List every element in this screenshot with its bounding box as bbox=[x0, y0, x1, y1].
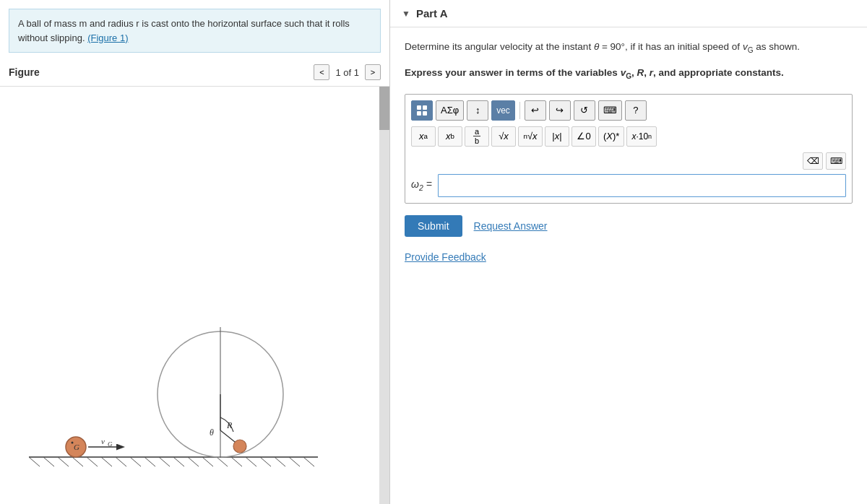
feedback-section: Provide Feedback bbox=[405, 251, 853, 263]
xa-button[interactable]: xa bbox=[411, 126, 436, 147]
scroll-thumb bbox=[379, 87, 389, 130]
sqrt-button[interactable]: √x bbox=[491, 126, 516, 147]
svg-line-10 bbox=[159, 457, 170, 466]
answer-input[interactable] bbox=[438, 174, 846, 197]
svg-line-6 bbox=[101, 457, 112, 466]
svg-text:θ: θ bbox=[210, 427, 214, 438]
svg-text:v: v bbox=[101, 437, 105, 446]
vec-button[interactable]: vec bbox=[491, 100, 515, 121]
svg-rect-33 bbox=[423, 105, 427, 110]
delete-row: ⌫ ⌨ bbox=[411, 152, 846, 170]
svg-line-14 bbox=[217, 457, 228, 466]
toolbar-separator bbox=[519, 102, 520, 119]
figure-area: Figure < 1 of 1 > bbox=[0, 53, 389, 504]
redo-button[interactable]: ↪ bbox=[549, 100, 571, 121]
keyboard2-button[interactable]: ⌨ bbox=[826, 152, 846, 170]
nthroot-button[interactable]: n√x bbox=[518, 126, 543, 147]
refresh-button[interactable]: ↺ bbox=[574, 100, 595, 121]
math-editor: ΑΣφ ↕ vec ↩ ↪ ↺ ⌨ ? xa xb ab √x n√x |x| bbox=[405, 94, 853, 204]
part-title: Part A bbox=[416, 7, 448, 19]
action-row: Submit Request Answer bbox=[405, 215, 853, 237]
problem-text: A ball of mass m and radius r is cast on… bbox=[18, 18, 350, 43]
svg-line-2 bbox=[43, 457, 54, 466]
figure-header: Figure < 1 of 1 > bbox=[0, 58, 389, 87]
arrows-button[interactable]: ↕ bbox=[467, 100, 488, 121]
svg-line-17 bbox=[260, 457, 271, 466]
frac-button[interactable]: ab bbox=[465, 126, 489, 147]
angle-button[interactable]: ∠0 bbox=[571, 126, 596, 147]
part-header: ▼ Part A bbox=[390, 0, 867, 27]
svg-line-12 bbox=[188, 457, 199, 466]
svg-line-5 bbox=[87, 457, 98, 466]
figure-scrollbar[interactable] bbox=[379, 87, 389, 504]
nav-next-button[interactable]: > bbox=[365, 64, 381, 80]
svg-text:R: R bbox=[226, 420, 233, 430]
right-content: Determine its angular velocity at the in… bbox=[390, 27, 867, 274]
help-button[interactable]: ? bbox=[625, 100, 647, 121]
svg-text:G: G bbox=[74, 443, 79, 451]
svg-line-1 bbox=[29, 457, 40, 466]
svg-line-18 bbox=[275, 457, 285, 466]
svg-line-16 bbox=[246, 457, 256, 466]
svg-line-15 bbox=[231, 457, 242, 466]
figure-nav: < 1 of 1 > bbox=[314, 64, 381, 80]
figure-svg: G v G θ bbox=[29, 323, 318, 482]
left-panel: A ball of mass m and radius r is cast on… bbox=[0, 0, 390, 504]
xb-button[interactable]: xb bbox=[438, 126, 462, 147]
provide-feedback-button[interactable]: Provide Feedback bbox=[405, 251, 486, 263]
svg-point-23 bbox=[72, 442, 74, 444]
svg-line-7 bbox=[116, 457, 126, 466]
times10n-button[interactable]: x·10n bbox=[626, 126, 657, 147]
svg-line-9 bbox=[144, 457, 155, 466]
backspace-button[interactable]: ⌫ bbox=[803, 152, 823, 170]
nav-prev-button[interactable]: < bbox=[314, 64, 329, 80]
problem-line2: Express your answer in terms of the vari… bbox=[405, 65, 853, 82]
nav-count: 1 of 1 bbox=[335, 67, 359, 78]
svg-line-11 bbox=[173, 457, 184, 466]
figure-label: Figure bbox=[9, 66, 314, 78]
svg-line-13 bbox=[202, 457, 213, 466]
svg-line-8 bbox=[130, 457, 141, 466]
answer-label: ω2 = bbox=[411, 178, 432, 192]
svg-rect-35 bbox=[423, 111, 427, 116]
problem-line1: Determine its angular velocity at the in… bbox=[405, 39, 853, 56]
symbol-row: xa xb ab √x n√x |x| ∠0 (X)* x·10n bbox=[411, 126, 846, 147]
toolbar-row: ΑΣφ ↕ vec ↩ ↪ ↺ ⌨ ? bbox=[411, 100, 846, 121]
svg-line-3 bbox=[58, 457, 69, 466]
matrix-button[interactable] bbox=[411, 100, 433, 121]
keyboard-button[interactable]: ⌨ bbox=[598, 100, 622, 121]
svg-line-20 bbox=[303, 457, 314, 466]
svg-rect-32 bbox=[417, 105, 421, 110]
figure-canvas: G v G θ bbox=[0, 87, 389, 504]
svg-text:G: G bbox=[108, 440, 113, 448]
svg-rect-34 bbox=[417, 111, 421, 116]
figure-svg-wrapper: G v G θ bbox=[0, 87, 379, 504]
sigma-button[interactable]: ΑΣφ bbox=[436, 100, 464, 121]
collapse-icon[interactable]: ▼ bbox=[402, 9, 410, 19]
request-answer-button[interactable]: Request Answer bbox=[474, 220, 548, 232]
submit-button[interactable]: Submit bbox=[405, 215, 462, 237]
answer-row: ω2 = bbox=[411, 174, 846, 197]
svg-line-19 bbox=[289, 457, 300, 466]
figure-link[interactable]: (Figure 1) bbox=[87, 32, 128, 43]
func-button[interactable]: (X)* bbox=[598, 126, 624, 147]
svg-line-4 bbox=[72, 457, 83, 466]
undo-button[interactable]: ↩ bbox=[525, 100, 546, 121]
abs-button[interactable]: |x| bbox=[545, 126, 569, 147]
right-panel: ▼ Part A Determine its angular velocity … bbox=[390, 0, 867, 504]
svg-point-31 bbox=[233, 440, 246, 453]
problem-statement: A ball of mass m and radius r is cast on… bbox=[9, 9, 381, 53]
